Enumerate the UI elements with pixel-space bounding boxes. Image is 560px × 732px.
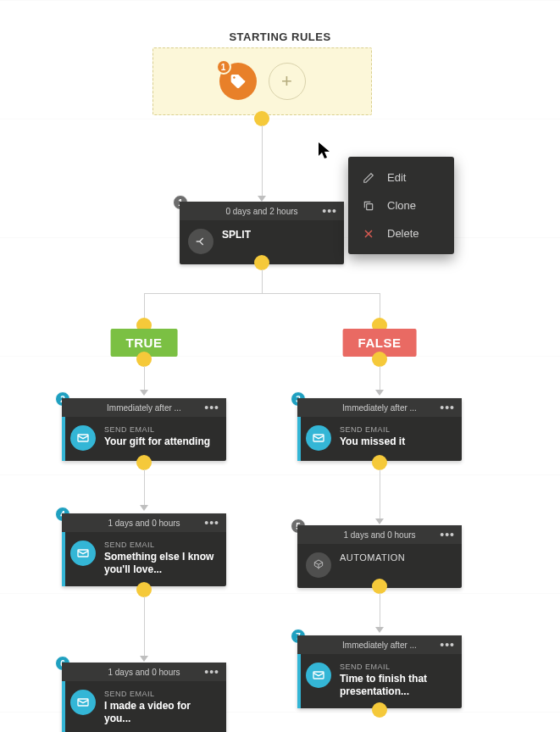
- node-timing-header: Immediately after ... •••: [297, 635, 462, 654]
- connector-line: [144, 596, 145, 656]
- pencil-icon: [362, 172, 375, 184]
- node-desc: You missed it: [340, 435, 453, 448]
- connector-dot[interactable]: [136, 455, 152, 470]
- email-node[interactable]: 3 Immediately after ... ••• SEND EMAIL Y…: [297, 398, 462, 461]
- connector-line: [144, 469, 145, 505]
- svg-rect-0: [367, 203, 373, 209]
- connector-line: [380, 469, 380, 518]
- email-icon: [70, 690, 96, 715]
- node-type-label: SEND EMAIL: [340, 425, 453, 434]
- connector-dot[interactable]: [254, 111, 269, 126]
- arrow-icon: [140, 656, 148, 662]
- node-timing-header: 1 days and 0 hours •••: [297, 525, 462, 544]
- node-timing-text: 1 days and 0 hours: [108, 518, 180, 528]
- node-options-button[interactable]: •••: [204, 401, 219, 414]
- accent-bar: [297, 413, 301, 461]
- menu-clone[interactable]: Clone: [348, 191, 454, 219]
- automation-icon: [306, 552, 331, 578]
- node-options-button[interactable]: •••: [204, 516, 219, 530]
- connector-dot[interactable]: [372, 579, 387, 594]
- arrow-icon: [140, 505, 148, 511]
- accent-bar: [62, 678, 65, 732]
- node-desc: Your gift for attending: [104, 435, 218, 448]
- email-node[interactable]: 6 1 days and 0 hours ••• SEND EMAIL I ma…: [62, 663, 226, 732]
- node-type-label: SEND EMAIL: [104, 541, 218, 549]
- email-icon: [306, 425, 331, 451]
- node-timing-text: 0 days and 2 hours: [225, 207, 297, 216]
- node-type-label: SEND EMAIL: [104, 690, 218, 698]
- node-timing-text: Immediately after ...: [342, 403, 417, 413]
- flow-canvas: STARTING RULES 1 + 1 0 days and 2 hours …: [0, 0, 560, 732]
- connector-line: [262, 269, 263, 293]
- menu-edit[interactable]: Edit: [348, 164, 454, 191]
- node-options-button[interactable]: •••: [204, 665, 219, 679]
- starting-rules-title: STARTING RULES: [0, 30, 560, 43]
- node-type-label: SEND EMAIL: [340, 663, 453, 671]
- cursor-icon: [319, 142, 332, 164]
- connector-line: [262, 125, 263, 200]
- tag-icon: [230, 73, 247, 90]
- menu-delete[interactable]: Delete: [348, 219, 454, 247]
- node-timing-header: 1 days and 0 hours •••: [62, 513, 226, 532]
- arrow-icon: [375, 627, 384, 633]
- connector-dot[interactable]: [136, 582, 152, 597]
- menu-clone-label: Clone: [387, 199, 416, 212]
- tag-rule-circle[interactable]: 1: [219, 63, 257, 100]
- connector-line: [144, 293, 380, 294]
- connector-dot[interactable]: [372, 352, 387, 367]
- clone-icon: [362, 200, 375, 212]
- accent-bar: [62, 413, 65, 461]
- split-icon: [188, 229, 213, 254]
- accent-bar: [62, 529, 65, 586]
- node-options-button[interactable]: •••: [440, 638, 455, 652]
- node-timing-text: 1 days and 0 hours: [108, 668, 180, 677]
- context-menu: Edit Clone Delete: [348, 157, 454, 254]
- email-node[interactable]: 2 Immediately after ... ••• SEND EMAIL Y…: [62, 398, 226, 461]
- node-timing-header: Immediately after ... •••: [297, 398, 462, 417]
- arrow-icon: [375, 390, 384, 396]
- menu-delete-label: Delete: [387, 227, 419, 240]
- node-label: SPLIT: [222, 229, 335, 241]
- plus-icon: +: [281, 70, 292, 92]
- email-node[interactable]: 7 Immediately after ... ••• SEND EMAIL T…: [297, 635, 462, 708]
- connector-dot[interactable]: [136, 352, 152, 367]
- starting-rules-box[interactable]: 1 +: [152, 47, 372, 115]
- node-options-button[interactable]: •••: [440, 528, 455, 541]
- node-options-button[interactable]: •••: [440, 401, 455, 414]
- node-desc: Time to finish that presentation...: [340, 673, 453, 698]
- email-node[interactable]: 4 1 days and 0 hours ••• SEND EMAIL Some…: [62, 513, 226, 586]
- connector-line: [380, 593, 380, 627]
- add-rule-button[interactable]: +: [269, 63, 306, 100]
- close-icon: [362, 229, 375, 239]
- connector-dot[interactable]: [372, 702, 387, 718]
- arrow-icon: [375, 518, 384, 524]
- connector-dot[interactable]: [372, 455, 387, 470]
- connector-dot[interactable]: [254, 255, 269, 270]
- email-icon: [306, 663, 331, 688]
- menu-edit-label: Edit: [387, 171, 406, 184]
- node-options-button[interactable]: •••: [322, 204, 337, 218]
- tag-count-badge: 1: [216, 59, 231, 75]
- node-type-label: SEND EMAIL: [104, 425, 218, 434]
- node-desc: I made a video for you...: [104, 700, 218, 725]
- node-timing-text: 1 days and 0 hours: [343, 530, 415, 540]
- node-timing-text: Immediately after ...: [107, 403, 181, 413]
- arrow-icon: [258, 196, 266, 202]
- email-icon: [70, 425, 96, 451]
- node-desc: Something else I know you'll love...: [104, 551, 218, 576]
- node-timing-header: 1 days and 0 hours •••: [62, 663, 226, 681]
- arrow-icon: [140, 390, 148, 396]
- accent-bar: [297, 651, 301, 708]
- node-label: AUTOMATION: [340, 552, 453, 564]
- node-timing-header: Immediately after ... •••: [62, 398, 226, 417]
- node-timing-header: 0 days and 2 hours •••: [180, 202, 344, 220]
- email-icon: [70, 541, 96, 566]
- node-timing-text: Immediately after ...: [342, 640, 417, 650]
